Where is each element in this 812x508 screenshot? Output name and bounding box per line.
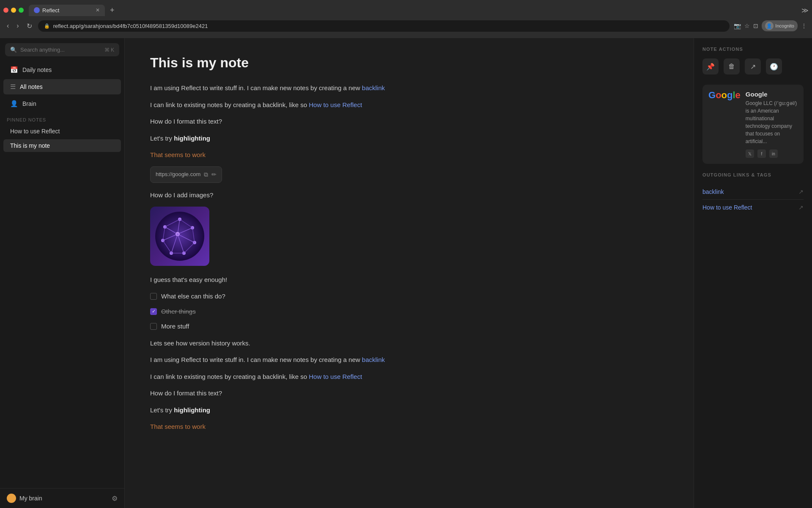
search-icon: 🔍 xyxy=(10,47,17,53)
brain-icon: 👤 xyxy=(10,100,18,108)
checkbox-item-3: More stuff xyxy=(150,321,455,332)
twitter-icon[interactable]: 𝕏 xyxy=(746,149,754,158)
checkbox-item-1: What else can this do? xyxy=(150,291,455,302)
camera-icon[interactable]: 📷 xyxy=(734,22,741,29)
pinned-item-this-is-my-note[interactable]: This is my note xyxy=(3,139,121,152)
list-icon: ☰ xyxy=(10,83,16,91)
bookmark-icon[interactable]: ☆ xyxy=(744,22,750,29)
link-url-text: https://google.com xyxy=(156,170,200,179)
search-input[interactable] xyxy=(20,47,101,53)
close-window-button[interactable] xyxy=(3,8,8,13)
outgoing-link-how-to-use[interactable]: How to use Reflect ↗ xyxy=(702,200,804,215)
checkbox-2[interactable] xyxy=(150,308,157,315)
new-tab-button[interactable]: + xyxy=(107,4,118,17)
share-button[interactable]: ↗ xyxy=(745,58,761,75)
address-bar: ‹ › ↻ 🔒 reflect.app/g/sarahjonas/bd4fb7c… xyxy=(0,17,812,35)
back-button[interactable]: ‹ xyxy=(5,20,11,31)
incognito-label: Incognito xyxy=(775,23,794,28)
trash-button[interactable]: 🗑 xyxy=(724,58,740,75)
paragraph-1: I am using Reflect to write stuff in. I … xyxy=(150,83,455,94)
link-tooltip: https://google.com ⧉ ✏ xyxy=(150,166,222,183)
sidebar-item-label: Daily notes xyxy=(22,66,52,73)
paragraph-4: Let's try highlighting xyxy=(150,133,455,144)
checkbox-label-2: Other things xyxy=(161,306,196,317)
edit-link-icon[interactable]: ✏ xyxy=(211,170,217,180)
paragraph-11: Let's try highlighting xyxy=(150,405,455,416)
tab-close-icon[interactable]: ✕ xyxy=(96,7,100,13)
pinned-notes-label: PINNED NOTES xyxy=(0,112,124,124)
outgoing-link-backlink[interactable]: backlink ↗ xyxy=(702,184,804,200)
paragraph-10: How do I format this text? xyxy=(150,388,455,399)
tab-title: Reflect xyxy=(42,7,59,14)
tab-favicon-icon xyxy=(34,7,40,13)
note-title: This is my note xyxy=(150,55,668,71)
brain-name-label: My brain xyxy=(19,495,108,502)
paragraph-link: That seems to work xyxy=(150,149,455,160)
pin-button[interactable]: 📌 xyxy=(702,58,719,75)
sidebar-item-all-notes[interactable]: ☰ All notes xyxy=(3,79,121,94)
outgoing-link-label: How to use Reflect xyxy=(702,204,752,211)
search-bar[interactable]: 🔍 ⌘ K xyxy=(5,43,119,56)
checkbox-3[interactable] xyxy=(150,323,157,330)
app: 🔍 ⌘ K 📅 Daily notes ☰ All notes 👤 Brain … xyxy=(0,38,812,508)
forward-button[interactable]: › xyxy=(15,20,20,31)
incognito-avatar-icon: 👤 xyxy=(765,22,774,30)
colored-link-2[interactable]: That seems to work xyxy=(150,423,206,430)
note-actions-row: 📌 🗑 ↗ 🕐 xyxy=(702,58,804,75)
url-text: reflect.app/g/sarahjonas/bd4fb7c0510f489… xyxy=(53,23,208,29)
network-svg xyxy=(154,211,205,262)
paragraph-9: I can link to existing notes by creating… xyxy=(150,371,455,382)
checkbox-label-1: What else can this do? xyxy=(161,291,225,302)
pinned-item-how-to-use[interactable]: How to use Reflect xyxy=(3,125,121,138)
traffic-lights xyxy=(3,8,24,13)
note-actions-title: NOTE ACTIONS xyxy=(702,47,804,52)
sidebar-item-daily-notes[interactable]: 📅 Daily notes xyxy=(3,62,121,77)
maximize-window-button[interactable] xyxy=(19,8,24,13)
paragraph-link-2: That seems to work xyxy=(150,421,455,432)
browser-menu-icon[interactable]: ⋮ xyxy=(801,22,807,29)
paragraph-2: I can link to existing notes by creating… xyxy=(150,99,455,110)
paragraph-8: I am using Reflect to write stuff in. I … xyxy=(150,354,455,365)
note-image xyxy=(150,207,209,266)
pinned-item-label: How to use Reflect xyxy=(10,128,60,135)
note-body: I am using Reflect to write stuff in. I … xyxy=(150,83,455,432)
copy-link-icon[interactable]: ⧉ xyxy=(204,170,208,180)
backlink-3[interactable]: backlink xyxy=(362,356,385,363)
outgoing-link-arrow-icon: ↗ xyxy=(798,204,804,211)
sidebar: 🔍 ⌘ K 📅 Daily notes ☰ All notes 👤 Brain … xyxy=(0,38,125,508)
outgoing-links-section: OUTGOING LINKS & TAGS backlink ↗ How to … xyxy=(702,172,804,215)
lock-icon: 🔒 xyxy=(44,23,50,29)
calendar-icon: 📅 xyxy=(10,66,18,74)
outgoing-link-label: backlink xyxy=(702,188,724,195)
settings-icon[interactable]: ⚙ xyxy=(112,494,118,502)
url-input[interactable]: 🔒 reflect.app/g/sarahjonas/bd4fb7c0510f4… xyxy=(38,20,730,32)
paragraph-5: How do I add images? xyxy=(150,190,455,201)
sidebar-item-label: All notes xyxy=(20,83,43,90)
history-button[interactable]: 🕐 xyxy=(766,58,782,75)
facebook-icon[interactable]: f xyxy=(757,149,766,158)
incognito-badge: 👤 Incognito xyxy=(762,20,798,31)
backlink-2[interactable]: How to use Reflect xyxy=(309,101,362,108)
minimize-window-button[interactable] xyxy=(11,8,16,13)
checkbox-label-3: More stuff xyxy=(161,321,189,332)
reload-button[interactable]: ↻ xyxy=(25,20,34,32)
paragraph-7: Lets see how version history works. xyxy=(150,338,455,349)
brain-color-dot xyxy=(7,494,16,503)
paragraph-3: How do I format this text? xyxy=(150,116,455,127)
outgoing-link-arrow-icon: ↗ xyxy=(798,188,804,195)
sidebar-bottom: My brain ⚙ xyxy=(0,488,124,508)
colored-link[interactable]: That seems to work xyxy=(150,151,206,158)
browser-tab[interactable]: Reflect ✕ xyxy=(29,5,105,16)
google-card-description: Google LLC (/ˈɡuːɡəl/) is an American mu… xyxy=(746,99,798,145)
backlink-1[interactable]: backlink xyxy=(362,84,385,91)
highlight-text-2: highlighting xyxy=(174,406,210,414)
backlink-4[interactable]: How to use Reflect xyxy=(309,373,362,380)
split-view-icon[interactable]: ⊡ xyxy=(753,22,758,29)
linkedin-icon[interactable]: in xyxy=(769,149,778,158)
checkbox-1[interactable] xyxy=(150,293,157,300)
sidebar-item-label: Brain xyxy=(22,100,36,107)
google-logo: Google xyxy=(708,91,741,100)
sidebar-item-brain[interactable]: 👤 Brain xyxy=(3,96,121,111)
tab-overflow-icon[interactable]: ≫ xyxy=(801,6,809,14)
tab-bar: Reflect ✕ + ≫ xyxy=(0,0,812,17)
